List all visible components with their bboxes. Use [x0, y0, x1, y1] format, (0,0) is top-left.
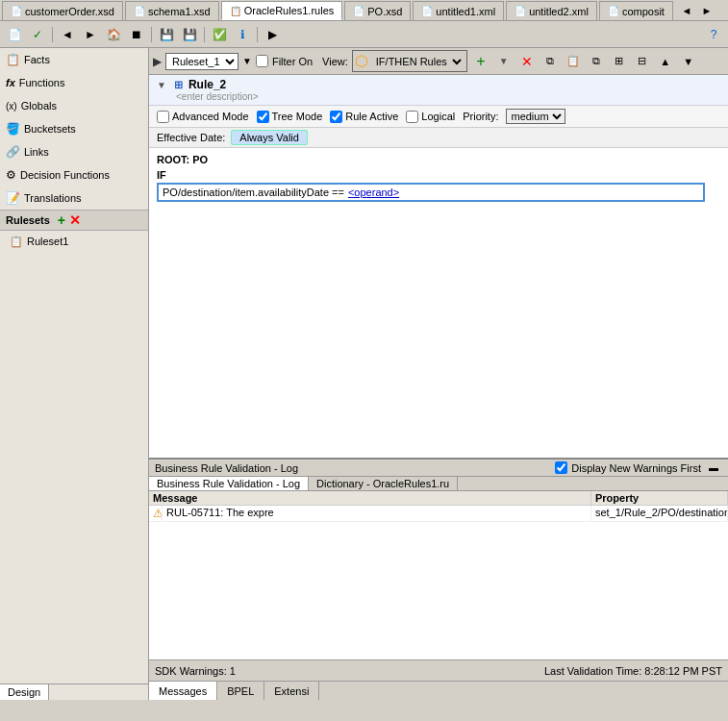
- sidebar-item-decision-functions[interactable]: ⚙ Decision Functions: [0, 163, 148, 186]
- dropdown-arrow: ▼: [242, 56, 252, 66]
- biz-rules-log-tab[interactable]: Business Rule Validation - Log: [149, 477, 309, 490]
- move-down-btn[interactable]: ▼: [679, 52, 698, 71]
- rule-active-label[interactable]: Rule Active: [330, 111, 398, 123]
- sidebar-item-globals[interactable]: (x) Globals: [0, 94, 148, 117]
- tab-oraclerules[interactable]: 📋 OracleRules1.rules: [221, 1, 343, 20]
- tree-mode-label[interactable]: Tree Mode: [257, 111, 323, 123]
- save-btn[interactable]: 💾: [156, 25, 177, 44]
- ruleset-icon: 📋: [10, 236, 23, 248]
- tab-icon: 📋: [230, 6, 241, 16]
- forward-btn[interactable]: ►: [80, 25, 101, 44]
- help-btn[interactable]: ?: [703, 25, 724, 44]
- save-all-btn[interactable]: 💾: [179, 25, 200, 44]
- tab-icon: 📄: [608, 6, 619, 16]
- message-col-header: Message: [149, 491, 591, 505]
- rule-area: ▼ ⊞ Rule_2 <enter description> Advanced …: [149, 75, 728, 458]
- copy-btn[interactable]: ⧉: [540, 52, 560, 71]
- new-btn[interactable]: 📄: [4, 25, 25, 44]
- priority-select[interactable]: medium high low: [506, 109, 565, 124]
- run-btn[interactable]: ▶: [262, 25, 283, 44]
- status-bar: SDK Warnings: 1 Last Validation Time: 8:…: [149, 659, 728, 681]
- tab-icon: 📄: [134, 6, 145, 16]
- validate-btn[interactable]: ✅: [209, 25, 230, 44]
- design-tab-btn[interactable]: Design: [0, 684, 49, 700]
- view-icon: ⬡: [355, 52, 368, 70]
- tab-scroll-left[interactable]: ◄: [677, 1, 696, 20]
- tab-icon: 📄: [421, 6, 433, 16]
- add-rule-btn[interactable]: +: [471, 52, 490, 71]
- check-btn[interactable]: ✓: [27, 25, 48, 44]
- tab-icon: 📄: [11, 6, 22, 16]
- home-btn[interactable]: 🏠: [103, 25, 124, 44]
- tab-composit[interactable]: 📄 composit: [599, 1, 673, 20]
- paste-btn[interactable]: 📋: [564, 52, 583, 71]
- display-new-warnings-checkbox[interactable]: [555, 461, 567, 474]
- rule-expand-icon[interactable]: ⊞: [174, 79, 183, 91]
- condition-input-wrapper[interactable]: PO/destination/item.availabilityDate == …: [157, 183, 705, 202]
- condition-line: PO/destination/item.availabilityDate == …: [157, 183, 720, 202]
- add-ruleset-btn[interactable]: +: [58, 212, 65, 228]
- extensi-tab[interactable]: Extensi: [264, 682, 319, 700]
- tab-schema1[interactable]: 📄 schema1.xsd: [125, 1, 219, 20]
- effective-date-bar: Effective Date: Always Valid: [149, 128, 728, 148]
- view-select[interactable]: IF/THEN Rules Decision Table: [370, 54, 464, 69]
- advanced-mode-checkbox[interactable]: [157, 111, 169, 123]
- operand-link[interactable]: <operand>: [348, 186, 399, 198]
- panel-minimize-btn[interactable]: ▬: [705, 461, 722, 474]
- log-columns: Message Property: [149, 491, 728, 506]
- sidebar-item-bucketsets[interactable]: 🪣 Bucketsets: [0, 117, 148, 140]
- delete-rule-btn[interactable]: ✕: [517, 52, 537, 71]
- bpel-tab[interactable]: BPEL: [217, 682, 264, 700]
- back-btn[interactable]: ◄: [57, 25, 78, 44]
- log-tabs: Business Rule Validation - Log Dictionar…: [149, 477, 728, 491]
- sidebar-item-functions[interactable]: fx Functions: [0, 71, 148, 94]
- expand-all-btn[interactable]: ⊞: [610, 52, 629, 71]
- advanced-mode-label[interactable]: Advanced Mode: [157, 111, 249, 123]
- rule-content: ROOT: PO IF PO/destination/item.availabi…: [149, 148, 728, 206]
- tab-customerorder[interactable]: 📄 customerOrder.xsd: [2, 1, 123, 20]
- effective-date-badge: Always Valid: [231, 130, 308, 145]
- sidebar-item-facts[interactable]: 📋 Facts: [0, 48, 148, 71]
- info-btn[interactable]: ℹ: [232, 25, 253, 44]
- dictionary-tab[interactable]: Dictionary - OracleRules1.ru: [309, 477, 458, 490]
- filter-on-checkbox[interactable]: [256, 55, 268, 67]
- tab-scroll-right[interactable]: ►: [697, 1, 716, 20]
- tree-mode-checkbox[interactable]: [257, 111, 269, 123]
- bottom-area: Business Rule Validation - Log Display N…: [149, 458, 728, 659]
- move-up-btn[interactable]: ▲: [656, 52, 675, 71]
- ruleset-select[interactable]: Ruleset_1: [165, 53, 238, 70]
- translations-icon: 📝: [6, 191, 20, 205]
- log-message-cell: RUL-05711: The expre: [163, 506, 591, 521]
- stop-btn[interactable]: ⏹: [126, 25, 147, 44]
- sidebar-ruleset1[interactable]: 📋 Ruleset1: [0, 231, 148, 252]
- log-property-cell: set_1/Rule_2/PO/destination/item/Test[1]…: [591, 506, 728, 521]
- rule-active-checkbox[interactable]: [330, 111, 342, 123]
- facts-icon: 📋: [6, 53, 20, 66]
- property-col-header: Property: [591, 491, 728, 505]
- rule-description[interactable]: <enter description>: [157, 91, 720, 102]
- last-validation-time: Last Validation Time: 8:28:12 PM PST: [544, 665, 722, 677]
- functions-icon: fx: [6, 77, 15, 88]
- add-rule-icon[interactable]: ▶: [153, 55, 162, 68]
- collapse-all-btn[interactable]: ⊟: [633, 52, 652, 71]
- main-toolbar: 📄 ✓ ◄ ► 🏠 ⏹ 💾 💾 ✅ ℹ ▶ ?: [0, 21, 728, 48]
- sidebar-item-translations[interactable]: 📝 Translations: [0, 186, 148, 210]
- tab-untitled1[interactable]: 📄 untitled1.xml: [413, 1, 504, 20]
- design-tab: Design: [0, 684, 148, 700]
- main-container: 📋 Facts fx Functions (x) Globals 🪣 Bucke…: [0, 48, 728, 700]
- rule-header: ▼ ⊞ Rule_2 <enter description>: [149, 75, 728, 106]
- more-btn[interactable]: ▼: [494, 52, 514, 71]
- duplicate-btn[interactable]: ⧉: [587, 52, 606, 71]
- tab-untitled2[interactable]: 📄 untitled2.xml: [506, 1, 597, 20]
- content-area: ▶ Ruleset_1 ▼ Filter On View: ⬡ IF/THEN …: [149, 48, 728, 700]
- logical-checkbox[interactable]: [406, 111, 418, 123]
- warning-icon: ⚠: [153, 507, 163, 520]
- sidebar-item-links[interactable]: 🔗 Links: [0, 140, 148, 163]
- tab-poxsd[interactable]: 📄 PO.xsd: [344, 1, 411, 20]
- ruleset-toolbar: ▶ Ruleset_1 ▼ Filter On View: ⬡ IF/THEN …: [149, 48, 728, 75]
- logical-label[interactable]: Logical: [406, 111, 455, 123]
- remove-ruleset-btn[interactable]: ✕: [69, 212, 81, 228]
- messages-tab[interactable]: Messages: [149, 682, 217, 700]
- view-dropdown[interactable]: ⬡ IF/THEN Rules Decision Table: [352, 50, 467, 72]
- collapse-rule-icon[interactable]: ▼: [157, 80, 166, 90]
